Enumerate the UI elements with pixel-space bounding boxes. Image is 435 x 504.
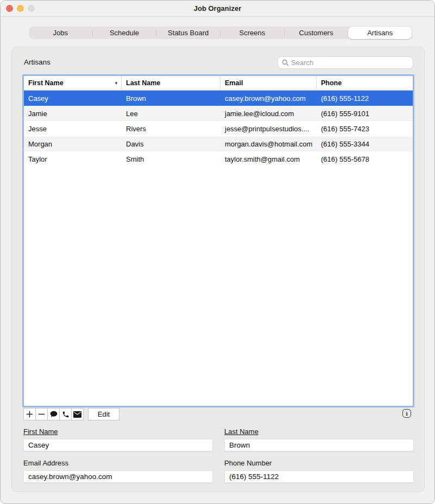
table-header: First Name ▼ Last Name Email Phone <box>24 76 413 91</box>
phone-icon <box>62 411 70 418</box>
minus-icon <box>38 411 45 418</box>
phone-number-field[interactable] <box>224 470 414 483</box>
tab-artisans-selected[interactable]: Artisans <box>348 27 412 39</box>
column-header-phone[interactable]: Phone <box>317 76 413 90</box>
add-record-button[interactable] <box>23 408 36 420</box>
edit-button[interactable]: Edit <box>88 408 119 420</box>
envelope-icon <box>73 411 81 418</box>
info-icon: i <box>406 410 407 417</box>
tab-jobs[interactable]: Jobs <box>29 27 92 39</box>
tab-status-board[interactable]: Status Board <box>156 27 220 39</box>
phone-number-label: Phone Number <box>224 459 272 467</box>
search-icon <box>282 59 289 66</box>
column-header-last-name[interactable]: Last Name <box>122 76 220 90</box>
message-button[interactable] <box>47 408 60 420</box>
tab-schedule[interactable]: Schedule <box>93 27 156 39</box>
column-header-first-name[interactable]: First Name ▼ <box>24 76 122 90</box>
email-address-field[interactable] <box>23 470 213 483</box>
last-name-field[interactable] <box>224 439 414 451</box>
call-button[interactable] <box>59 408 72 420</box>
sort-descending-icon: ▼ <box>114 81 118 86</box>
plus-icon <box>26 411 33 418</box>
remove-record-button[interactable] <box>35 408 48 420</box>
column-header-email[interactable]: Email <box>220 76 317 90</box>
minimize-button[interactable] <box>17 5 24 12</box>
app-window: Job Organizer Jobs Schedule Status Board… <box>0 0 435 504</box>
table-row-selected[interactable]: Casey Brown casey.brown@yahoo.com (616) … <box>24 91 413 106</box>
tab-screens[interactable]: Screens <box>220 27 284 39</box>
window-title: Job Organizer <box>1 1 434 16</box>
tab-bar: Jobs Schedule Status Board Screens Custo… <box>29 27 412 39</box>
table-row[interactable]: Jesse Rivers jesse@printpulsestudios....… <box>24 121 413 136</box>
first-name-label: First Name <box>23 428 58 436</box>
table-row[interactable]: Morgan Davis morgan.davis@hotmail.com (6… <box>24 136 413 151</box>
title-bar: Job Organizer <box>1 1 434 17</box>
email-address-label: Email Address <box>23 459 68 467</box>
search-input[interactable] <box>291 59 409 67</box>
tab-customers[interactable]: Customers <box>285 27 348 39</box>
email-button[interactable] <box>71 408 84 420</box>
artisans-table: First Name ▼ Last Name Email Phone Casey… <box>22 74 414 407</box>
search-field[interactable] <box>278 56 413 69</box>
record-toolbar: Edit <box>23 408 119 420</box>
zoom-button-disabled <box>28 5 35 12</box>
speech-bubble-icon <box>50 411 58 418</box>
traffic-lights <box>6 5 35 12</box>
info-button[interactable]: i <box>402 409 411 418</box>
first-name-field[interactable] <box>23 439 213 451</box>
page-title: Artisans <box>24 58 51 66</box>
table-row[interactable]: Jamie Lee jamie.lee@icloud.com (616) 555… <box>24 106 413 121</box>
table-row[interactable]: Taylor Smith taylor.smith@gmail.com (616… <box>24 151 413 167</box>
content-panel: Artisans First Name ▼ Last Name <box>11 47 425 492</box>
last-name-label: Last Name <box>224 428 259 436</box>
close-button[interactable] <box>6 5 13 12</box>
